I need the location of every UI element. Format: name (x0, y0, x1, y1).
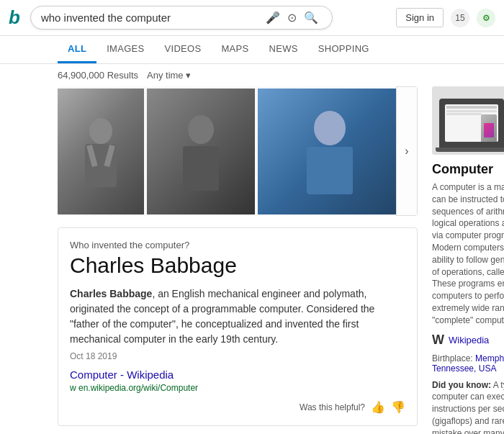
helpful-row: Was this helpful? 👍 👎 (70, 400, 405, 414)
sign-in-button[interactable]: Sign in (396, 8, 444, 27)
right-panel-title: Computer (432, 162, 504, 177)
wiki-url: w en.wikipedia.org/wiki/Computer (70, 383, 405, 393)
helpful-text: Was this helpful? (300, 402, 365, 412)
tab-videos[interactable]: VIDEOS (155, 36, 212, 63)
person-silhouette-1 (79, 115, 122, 187)
birthplace-row: Birthplace: Memphis, Tennessee, USA (432, 353, 504, 374)
person-silhouette-3 (301, 108, 359, 194)
svg-point-6 (314, 111, 346, 145)
thumbs-up-button[interactable]: 👍 (371, 400, 385, 414)
search-box-wrapper: 🎤 ⊙ 🔍 (30, 6, 333, 30)
answer-box: Who invented the computer? Charles Babba… (58, 227, 418, 426)
nav-tabs: ALL IMAGES VIDEOS MAPS NEWS SHOPPING (0, 36, 504, 64)
carousel-image-1[interactable] (58, 89, 144, 214)
tab-all[interactable]: ALL (58, 36, 96, 63)
carousel-image-2[interactable] (147, 89, 255, 214)
bing-logo: b (9, 6, 20, 29)
svg-point-0 (89, 118, 112, 144)
answer-name: Charles Babbage (70, 253, 405, 278)
search-button[interactable]: 🔍 (300, 11, 322, 24)
answer-date: Oct 18 2019 (70, 351, 405, 361)
laptop-image[interactable] (432, 86, 504, 155)
left-column: › Who invented the computer? Charles Bab… (58, 86, 418, 434)
tab-news[interactable]: NEWS (259, 36, 308, 63)
wikipedia-credit: W Wikipedia (432, 333, 504, 348)
svg-rect-7 (307, 147, 353, 194)
carousel-next-button[interactable]: › (396, 86, 418, 216)
right-column: See all im... Computer A computer is a m… (432, 86, 504, 434)
wikipedia-w-logo: W (432, 333, 444, 348)
wikipedia-link[interactable]: Computer - Wikipedia (70, 369, 405, 381)
header-right: Sign in 15 ⚙ (396, 8, 495, 27)
notification-badge[interactable]: 15 (451, 9, 469, 27)
rewards-icon[interactable]: ⚙ (477, 9, 495, 27)
did-you-know-label: Did you know: (432, 380, 491, 390)
visual-search-button[interactable]: ⊙ (284, 11, 300, 24)
header: b 🎤 ⊙ 🔍 Sign in 15 ⚙ (0, 0, 504, 36)
image-carousel: › (58, 86, 418, 216)
time-filter[interactable]: Any time ▾ (147, 70, 191, 81)
wikipedia-credit-link[interactable]: Wikipedia (449, 335, 489, 345)
svg-rect-5 (183, 146, 219, 191)
answer-question: Who invented the computer? (70, 240, 405, 250)
birthplace-label: Birthplace: (432, 353, 473, 363)
tab-maps[interactable]: MAPS (211, 36, 258, 63)
carousel-image-3[interactable] (258, 89, 396, 214)
did-you-know: Did you know: A typical modern computer … (432, 379, 504, 434)
answer-description: Charles Babbage, an English mechanical e… (70, 286, 405, 347)
carousel-images (58, 89, 396, 214)
person-silhouette-2 (176, 112, 226, 191)
results-count: 64,900,000 Results (58, 70, 138, 81)
results-meta: 64,900,000 Results Any time ▾ (0, 64, 504, 86)
tab-images[interactable]: IMAGES (96, 36, 154, 63)
right-panel-description: A computer is a machine that can be inst… (432, 181, 504, 327)
voice-search-button[interactable]: 🎤 (262, 11, 284, 24)
right-panel-images: See all im... (432, 86, 504, 155)
tab-shopping[interactable]: SHOPPING (308, 36, 379, 63)
search-input[interactable] (41, 12, 262, 24)
svg-point-4 (188, 115, 214, 144)
thumbs-down-button[interactable]: 👎 (391, 400, 405, 414)
main-content: › Who invented the computer? Charles Bab… (0, 86, 504, 434)
